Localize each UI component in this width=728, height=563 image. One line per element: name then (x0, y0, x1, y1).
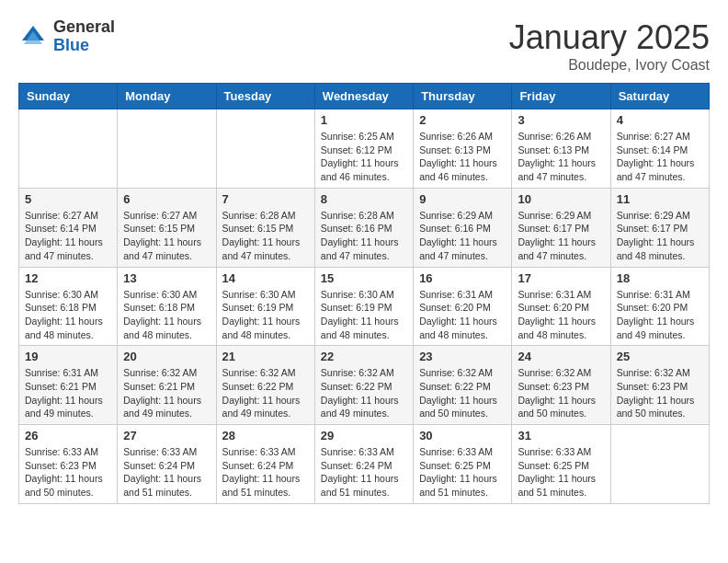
day-number: 18 (617, 271, 703, 285)
day-info: Sunrise: 6:30 AM Sunset: 6:19 PM Dayligh… (222, 288, 309, 342)
day-header-friday: Friday (512, 84, 610, 109)
day-info: Sunrise: 6:32 AM Sunset: 6:22 PM Dayligh… (321, 366, 407, 420)
day-info: Sunrise: 6:33 AM Sunset: 6:24 PM Dayligh… (321, 445, 407, 500)
day-info: Sunrise: 6:28 AM Sunset: 6:16 PM Dayligh… (321, 209, 407, 263)
day-number: 16 (419, 271, 506, 285)
day-info: Sunrise: 6:29 AM Sunset: 6:17 PM Dayligh… (617, 209, 703, 263)
day-number: 10 (518, 192, 604, 206)
day-info: Sunrise: 6:33 AM Sunset: 6:25 PM Dayligh… (419, 445, 506, 500)
day-info: Sunrise: 6:30 AM Sunset: 6:18 PM Dayligh… (123, 288, 210, 342)
day-number: 22 (321, 350, 407, 363)
calendar-cell: 11Sunrise: 6:29 AM Sunset: 6:17 PM Dayli… (610, 188, 709, 267)
calendar-week-row: 26Sunrise: 6:33 AM Sunset: 6:23 PM Dayli… (19, 425, 710, 504)
day-info: Sunrise: 6:27 AM Sunset: 6:14 PM Dayligh… (25, 209, 111, 263)
logo-general: General (53, 18, 115, 37)
day-number: 9 (419, 192, 506, 206)
calendar-cell: 19Sunrise: 6:31 AM Sunset: 6:21 PM Dayli… (19, 346, 118, 425)
calendar-cell: 30Sunrise: 6:33 AM Sunset: 6:25 PM Dayli… (414, 425, 512, 504)
day-header-thursday: Thursday (414, 84, 512, 109)
calendar-cell: 31Sunrise: 6:33 AM Sunset: 6:25 PM Dayli… (512, 425, 610, 504)
day-info: Sunrise: 6:33 AM Sunset: 6:24 PM Dayligh… (222, 445, 309, 500)
day-info: Sunrise: 6:25 AM Sunset: 6:12 PM Dayligh… (321, 130, 407, 184)
day-number: 29 (321, 429, 407, 442)
day-header-tuesday: Tuesday (216, 84, 314, 109)
day-number: 27 (123, 429, 210, 442)
calendar-cell: 26Sunrise: 6:33 AM Sunset: 6:23 PM Dayli… (19, 425, 118, 504)
day-number: 14 (222, 271, 309, 285)
calendar-cell: 22Sunrise: 6:32 AM Sunset: 6:22 PM Dayli… (314, 346, 413, 425)
calendar-week-row: 1Sunrise: 6:25 AM Sunset: 6:12 PM Daylig… (19, 109, 710, 189)
day-number: 11 (617, 192, 703, 206)
calendar-cell: 13Sunrise: 6:30 AM Sunset: 6:18 PM Dayli… (118, 267, 216, 346)
calendar-week-row: 19Sunrise: 6:31 AM Sunset: 6:21 PM Dayli… (19, 346, 710, 425)
calendar-cell: 15Sunrise: 6:30 AM Sunset: 6:19 PM Dayli… (314, 267, 413, 346)
calendar-cell: 21Sunrise: 6:32 AM Sunset: 6:22 PM Dayli… (216, 346, 314, 425)
calendar-cell (610, 425, 709, 504)
calendar-table: SundayMondayTuesdayWednesdayThursdayFrid… (18, 83, 710, 504)
calendar-cell: 14Sunrise: 6:30 AM Sunset: 6:19 PM Dayli… (216, 267, 314, 346)
day-info: Sunrise: 6:26 AM Sunset: 6:13 PM Dayligh… (419, 130, 506, 184)
day-info: Sunrise: 6:31 AM Sunset: 6:20 PM Dayligh… (518, 288, 604, 342)
day-number: 21 (222, 350, 309, 363)
calendar-header-row: SundayMondayTuesdayWednesdayThursdayFrid… (19, 84, 710, 109)
day-info: Sunrise: 6:31 AM Sunset: 6:20 PM Dayligh… (419, 288, 506, 342)
day-number: 17 (518, 271, 604, 285)
day-number: 20 (123, 350, 210, 363)
calendar-cell (19, 109, 118, 189)
day-number: 25 (617, 350, 703, 363)
calendar-cell: 10Sunrise: 6:29 AM Sunset: 6:17 PM Dayli… (512, 188, 610, 267)
day-header-saturday: Saturday (610, 84, 709, 109)
day-info: Sunrise: 6:32 AM Sunset: 6:22 PM Dayligh… (419, 366, 506, 420)
day-header-sunday: Sunday (19, 84, 118, 109)
calendar-cell: 7Sunrise: 6:28 AM Sunset: 6:15 PM Daylig… (216, 188, 314, 267)
day-info: Sunrise: 6:32 AM Sunset: 6:22 PM Dayligh… (222, 366, 309, 420)
calendar-cell (118, 109, 216, 189)
calendar-cell: 8Sunrise: 6:28 AM Sunset: 6:16 PM Daylig… (314, 188, 413, 267)
day-info: Sunrise: 6:28 AM Sunset: 6:15 PM Dayligh… (222, 209, 309, 263)
calendar-cell: 18Sunrise: 6:31 AM Sunset: 6:20 PM Dayli… (610, 267, 709, 346)
day-info: Sunrise: 6:31 AM Sunset: 6:21 PM Dayligh… (25, 366, 111, 420)
calendar-cell: 17Sunrise: 6:31 AM Sunset: 6:20 PM Dayli… (512, 267, 610, 346)
day-number: 19 (25, 350, 111, 363)
day-number: 24 (518, 350, 604, 363)
day-info: Sunrise: 6:29 AM Sunset: 6:16 PM Dayligh… (419, 209, 506, 263)
logo: General Blue (18, 18, 115, 55)
location-title: Boudepe, Ivory Coast (509, 57, 710, 74)
calendar-cell: 9Sunrise: 6:29 AM Sunset: 6:16 PM Daylig… (414, 188, 512, 267)
day-info: Sunrise: 6:33 AM Sunset: 6:23 PM Dayligh… (25, 445, 111, 500)
day-info: Sunrise: 6:32 AM Sunset: 6:23 PM Dayligh… (617, 366, 703, 420)
day-header-monday: Monday (118, 84, 216, 109)
day-number: 30 (419, 429, 506, 442)
day-number: 1 (321, 113, 407, 127)
calendar-cell: 2Sunrise: 6:26 AM Sunset: 6:13 PM Daylig… (414, 109, 512, 189)
calendar-cell: 25Sunrise: 6:32 AM Sunset: 6:23 PM Dayli… (610, 346, 709, 425)
day-info: Sunrise: 6:33 AM Sunset: 6:25 PM Dayligh… (518, 445, 604, 500)
day-number: 6 (123, 192, 210, 206)
calendar-cell: 16Sunrise: 6:31 AM Sunset: 6:20 PM Dayli… (414, 267, 512, 346)
day-info: Sunrise: 6:33 AM Sunset: 6:24 PM Dayligh… (123, 445, 210, 500)
calendar-cell: 24Sunrise: 6:32 AM Sunset: 6:23 PM Dayli… (512, 346, 610, 425)
calendar-cell: 29Sunrise: 6:33 AM Sunset: 6:24 PM Dayli… (314, 425, 413, 504)
calendar-cell: 27Sunrise: 6:33 AM Sunset: 6:24 PM Dayli… (118, 425, 216, 504)
calendar-cell: 3Sunrise: 6:26 AM Sunset: 6:13 PM Daylig… (512, 109, 610, 189)
calendar-cell: 4Sunrise: 6:27 AM Sunset: 6:14 PM Daylig… (610, 109, 709, 189)
day-number: 15 (321, 271, 407, 285)
title-block: January 2025 Boudepe, Ivory Coast (509, 18, 710, 74)
logo-icon (18, 22, 48, 52)
calendar-week-row: 5Sunrise: 6:27 AM Sunset: 6:14 PM Daylig… (19, 188, 710, 267)
calendar-cell: 1Sunrise: 6:25 AM Sunset: 6:12 PM Daylig… (314, 109, 413, 189)
day-number: 28 (222, 429, 309, 442)
day-number: 4 (617, 113, 703, 127)
day-number: 3 (518, 113, 604, 127)
day-number: 8 (321, 192, 407, 206)
day-header-wednesday: Wednesday (314, 84, 413, 109)
day-number: 7 (222, 192, 309, 206)
day-info: Sunrise: 6:27 AM Sunset: 6:15 PM Dayligh… (123, 209, 210, 263)
calendar-cell: 12Sunrise: 6:30 AM Sunset: 6:18 PM Dayli… (19, 267, 118, 346)
logo-blue: Blue (53, 37, 115, 55)
day-info: Sunrise: 6:30 AM Sunset: 6:18 PM Dayligh… (25, 288, 111, 342)
month-title: January 2025 (509, 18, 710, 57)
day-number: 13 (123, 271, 210, 285)
day-info: Sunrise: 6:32 AM Sunset: 6:21 PM Dayligh… (123, 366, 210, 420)
calendar-cell: 5Sunrise: 6:27 AM Sunset: 6:14 PM Daylig… (19, 188, 118, 267)
